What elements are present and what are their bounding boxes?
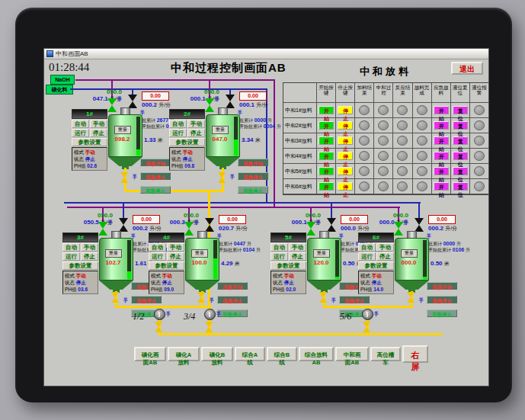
row-stop-button[interactable]: 停止 (338, 167, 353, 175)
feed-valve-icon[interactable] (205, 98, 214, 112)
auto-button[interactable]: 自动 (72, 120, 89, 128)
emergency-stop-button[interactable]: 应急停止 (217, 296, 248, 303)
pump-valve-icon[interactable] (363, 322, 370, 332)
manual-button[interactable]: 手动 (376, 243, 394, 252)
feed-valve-icon[interactable] (184, 222, 194, 236)
acid-valve-icon[interactable] (415, 218, 424, 232)
stop-button[interactable]: 停止 (187, 129, 205, 137)
auto-button[interactable]: 自动 (62, 243, 80, 252)
row-start-button[interactable]: 开始 (319, 167, 334, 175)
pump-valve-icon[interactable] (205, 322, 213, 332)
row-emergency-button[interactable]: 开始 (434, 121, 449, 130)
row-stop-button[interactable]: 停止 (338, 182, 353, 191)
run-button[interactable]: 运行 (358, 252, 376, 261)
run-button[interactable]: 运行 (149, 252, 166, 261)
feed-valve-icon[interactable] (394, 222, 403, 236)
run-button[interactable]: 运行 (72, 129, 89, 137)
acid-valve-icon[interactable] (205, 218, 214, 232)
stop-button[interactable]: 停止 (289, 252, 306, 261)
manual-button[interactable]: 手动 (167, 243, 184, 252)
emergency-stop-button[interactable]: 应急停止 (427, 296, 457, 303)
params-button[interactable]: 参数设置 (62, 261, 98, 270)
emergency-stop-disabled-button[interactable]: 应急停止 (140, 186, 171, 194)
manual-button[interactable]: 手动 (81, 243, 98, 252)
exit-button[interactable]: 退出 (451, 62, 483, 75)
pump-icon[interactable] (362, 309, 373, 320)
auto-button[interactable]: 自动 (149, 243, 166, 252)
row-reset-button[interactable]: 复位 (453, 136, 468, 145)
acid-valve-icon[interactable] (128, 95, 137, 108)
discharge-valve-icon[interactable] (120, 172, 128, 183)
nav-button[interactable]: 中和画面AB (335, 347, 369, 361)
discharge-valve-icon[interactable] (218, 172, 226, 183)
stop-button[interactable]: 停止 (376, 252, 394, 261)
manual-button[interactable]: 手动 (90, 120, 107, 128)
row-emergency-button[interactable]: 开始 (434, 136, 449, 145)
row-start-button[interactable]: 开始 (319, 136, 334, 145)
auto-button[interactable]: 自动 (169, 120, 187, 128)
manual-button[interactable]: 手动 (187, 120, 205, 128)
emergency-stop-button[interactable]: 应急停止 (140, 172, 171, 180)
row-emergency-button[interactable]: 开始 (434, 152, 449, 160)
emergency-start-button[interactable]: 应急开始 (427, 282, 457, 290)
emergency-start-button[interactable]: 应急开始 (238, 159, 268, 166)
row-start-button[interactable]: 开始 (319, 152, 334, 160)
params-button[interactable]: 参数设置 (72, 138, 107, 146)
stop-button[interactable]: 停止 (167, 252, 184, 261)
row-reset-button[interactable]: 复位 (453, 121, 468, 130)
row-start-button[interactable]: 开始 (319, 106, 334, 114)
row-emergency-button[interactable]: 开始 (434, 106, 449, 114)
row-stop-button[interactable]: 停止 (338, 121, 353, 130)
row-stop-button[interactable]: 停止 (338, 136, 353, 145)
acid-valve-icon[interactable] (226, 95, 235, 108)
run-button[interactable]: 运行 (169, 129, 187, 137)
discharge-valve-icon[interactable] (197, 292, 205, 303)
nav-button[interactable]: 右屏 (402, 345, 428, 363)
auto-button[interactable]: 自动 (358, 243, 376, 252)
emergency-start-button[interactable]: 应急开始 (140, 159, 171, 166)
pump-icon[interactable] (154, 309, 165, 320)
row-emergency-button[interactable]: 开始 (434, 182, 449, 191)
nav-button[interactable]: 磺化A放料 (168, 347, 200, 361)
nav-button[interactable]: 综合放料AB (299, 347, 334, 361)
row-stop-button[interactable]: 停止 (338, 152, 353, 160)
params-button[interactable]: 参数设置 (169, 138, 205, 146)
feed-valve-icon[interactable] (107, 98, 117, 112)
emergency-stop-disabled-button[interactable]: 应急停止 (427, 309, 457, 317)
row-reset-button[interactable]: 复位 (453, 167, 468, 175)
row-reset-button[interactable]: 复位 (453, 106, 468, 114)
run-button[interactable]: 运行 (62, 252, 80, 261)
nav-button[interactable]: 综合A线 (235, 347, 265, 361)
discharge-valve-icon[interactable] (407, 292, 415, 303)
row-stop-button[interactable]: 停止 (338, 106, 353, 114)
stop-button[interactable]: 停止 (81, 252, 98, 261)
auto-button[interactable]: 自动 (271, 243, 288, 252)
row-reset-button[interactable]: 复位 (453, 182, 468, 191)
params-button[interactable]: 参数设置 (271, 261, 306, 270)
nav-button[interactable]: 高位槽车 (370, 347, 401, 361)
row-start-button[interactable]: 开始 (319, 182, 334, 191)
nav-button[interactable]: 磺化B放料 (201, 347, 233, 361)
row-start-button[interactable]: 开始 (319, 121, 334, 130)
params-button[interactable]: 参数设置 (149, 261, 184, 270)
row-reset-button[interactable]: 复位 (453, 152, 468, 160)
pump-valve-icon[interactable] (155, 322, 162, 332)
discharge-valve-icon[interactable] (319, 292, 327, 303)
params-button[interactable]: 参数设置 (358, 261, 394, 270)
row-emergency-button[interactable]: 开始 (434, 167, 449, 175)
feed-valve-icon[interactable] (306, 222, 315, 236)
acid-valve-icon[interactable] (327, 218, 336, 232)
emergency-start-button[interactable]: 应急开始 (217, 282, 248, 290)
emergency-stop-disabled-button[interactable]: 应急停止 (217, 309, 248, 317)
feed-valve-icon[interactable] (98, 222, 107, 236)
pump-icon[interactable] (204, 309, 216, 320)
nav-button[interactable]: 综合B线 (267, 347, 297, 361)
nav-button[interactable]: 磺化画面AB (134, 347, 166, 361)
manual-button[interactable]: 手动 (289, 243, 306, 252)
emergency-stop-disabled-button[interactable]: 应急停止 (238, 186, 268, 194)
emergency-stop-button[interactable]: 应急停止 (238, 172, 268, 180)
discharge-valve-icon[interactable] (111, 292, 119, 303)
acid-valve-icon[interactable] (119, 218, 128, 232)
stop-button[interactable]: 停止 (90, 129, 107, 137)
run-button[interactable]: 运行 (271, 252, 288, 261)
